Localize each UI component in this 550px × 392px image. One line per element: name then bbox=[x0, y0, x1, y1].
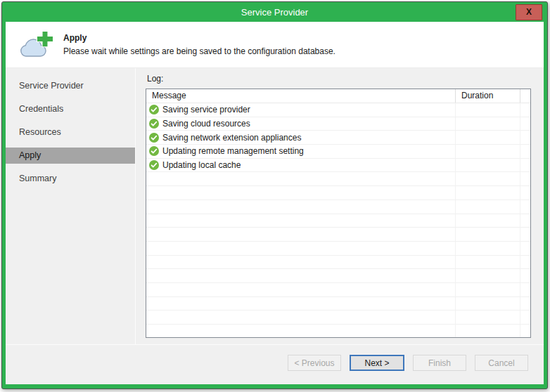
log-duration bbox=[455, 228, 520, 241]
sidebar-item-credentials[interactable]: Credentials bbox=[6, 101, 135, 117]
log-table-header: Message Duration bbox=[146, 89, 530, 103]
log-row-empty bbox=[146, 311, 530, 325]
cancel-button[interactable]: Cancel bbox=[475, 355, 528, 371]
log-duration bbox=[455, 242, 520, 255]
column-header-duration[interactable]: Duration bbox=[455, 89, 520, 103]
step-title: Apply bbox=[63, 33, 335, 43]
log-duration bbox=[455, 214, 520, 228]
log-duration bbox=[455, 117, 520, 131]
wizard-header: Apply Please wait while settings are bei… bbox=[6, 22, 544, 68]
log-message: Updating local cache bbox=[162, 160, 241, 170]
row-spacer bbox=[520, 131, 530, 144]
log-table: Message Duration Saving service provider… bbox=[146, 89, 531, 338]
check-circle-icon bbox=[149, 133, 159, 143]
check-circle-icon bbox=[149, 146, 159, 156]
log-row-empty bbox=[146, 186, 530, 200]
log-label: Log: bbox=[147, 74, 531, 86]
sidebar-item-apply[interactable]: Apply bbox=[6, 148, 135, 164]
dialog-body: Apply Please wait while settings are bei… bbox=[6, 22, 544, 384]
close-icon: X bbox=[526, 7, 532, 17]
row-spacer bbox=[520, 214, 530, 228]
log-duration bbox=[455, 200, 520, 214]
check-circle-icon bbox=[149, 119, 159, 129]
log-row-empty bbox=[146, 325, 530, 337]
cloud-add-icon bbox=[20, 29, 53, 61]
log-row-empty bbox=[146, 242, 530, 256]
log-message: Saving cloud resources bbox=[162, 119, 250, 129]
step-description: Please wait while settings are being sav… bbox=[63, 46, 335, 56]
finish-button[interactable]: Finish bbox=[413, 355, 466, 371]
check-circle-icon bbox=[149, 105, 159, 115]
log-duration bbox=[455, 159, 520, 172]
log-duration bbox=[455, 256, 520, 269]
row-spacer bbox=[520, 297, 530, 311]
log-duration bbox=[455, 269, 520, 282]
log-duration bbox=[455, 131, 520, 144]
log-row-empty bbox=[146, 172, 530, 186]
log-message: Saving network extension appliances bbox=[162, 133, 301, 143]
log-row-empty bbox=[146, 228, 530, 242]
log-row[interactable]: Saving network extension appliances bbox=[146, 131, 530, 145]
sidebar-item-summary[interactable]: Summary bbox=[6, 171, 135, 187]
log-row[interactable]: Saving service provider bbox=[146, 103, 530, 117]
title-bar[interactable]: Service Provider X bbox=[2, 2, 547, 22]
log-duration bbox=[455, 311, 520, 324]
row-spacer bbox=[520, 117, 530, 131]
service-provider-dialog: Service Provider X Apply Please wait whi… bbox=[1, 1, 548, 389]
content-panel: Log: Message Duration Saving service pro… bbox=[136, 68, 544, 344]
log-row-empty bbox=[146, 269, 530, 283]
log-row-empty bbox=[146, 256, 530, 270]
log-duration bbox=[455, 186, 520, 200]
row-spacer bbox=[520, 269, 530, 282]
log-message: Saving service provider bbox=[162, 105, 250, 115]
log-row-empty bbox=[146, 283, 530, 297]
log-row[interactable]: Updating remote management setting bbox=[146, 145, 530, 159]
row-spacer bbox=[520, 145, 530, 158]
sidebar-item-resources[interactable]: Resources bbox=[6, 124, 135, 141]
screen: Service Provider X Apply Please wait whi… bbox=[0, 0, 550, 392]
log-row-empty bbox=[146, 297, 530, 311]
log-row-empty bbox=[146, 214, 530, 228]
close-button[interactable]: X bbox=[516, 4, 542, 20]
row-spacer bbox=[520, 228, 530, 241]
row-spacer bbox=[520, 200, 530, 214]
column-header-spacer bbox=[520, 89, 530, 103]
log-row[interactable]: Saving cloud resources bbox=[146, 117, 530, 131]
footer-buttons: < PreviousNext >FinishCancel bbox=[6, 344, 544, 384]
next-button[interactable]: Next > bbox=[350, 355, 404, 371]
row-spacer bbox=[520, 186, 530, 200]
log-message: Updating remote management setting bbox=[162, 146, 304, 156]
wizard-header-text: Apply Please wait while settings are bei… bbox=[63, 33, 335, 56]
log-duration bbox=[455, 172, 520, 185]
log-duration bbox=[455, 297, 520, 311]
row-spacer bbox=[520, 256, 530, 269]
row-spacer bbox=[520, 311, 530, 324]
window-title: Service Provider bbox=[241, 7, 308, 18]
previous-button[interactable]: < Previous bbox=[288, 355, 341, 371]
row-spacer bbox=[520, 172, 530, 185]
log-row[interactable]: Updating local cache bbox=[146, 159, 530, 173]
log-duration bbox=[455, 103, 520, 117]
wizard-body: Service ProviderCredentialsResourcesAppl… bbox=[6, 68, 544, 344]
row-spacer bbox=[520, 283, 530, 296]
sidebar-item-service-provider[interactable]: Service Provider bbox=[6, 78, 135, 94]
row-spacer bbox=[520, 325, 530, 337]
log-row-empty bbox=[146, 200, 530, 214]
wizard-steps: Service ProviderCredentialsResourcesAppl… bbox=[6, 68, 136, 344]
column-header-message[interactable]: Message bbox=[146, 89, 455, 103]
row-spacer bbox=[520, 103, 530, 117]
row-spacer bbox=[520, 159, 530, 172]
log-duration bbox=[455, 325, 520, 337]
log-duration bbox=[455, 145, 520, 158]
check-circle-icon bbox=[149, 160, 159, 170]
row-spacer bbox=[520, 242, 530, 255]
log-duration bbox=[455, 283, 520, 296]
log-table-body: Saving service providerSaving cloud reso… bbox=[146, 103, 530, 337]
